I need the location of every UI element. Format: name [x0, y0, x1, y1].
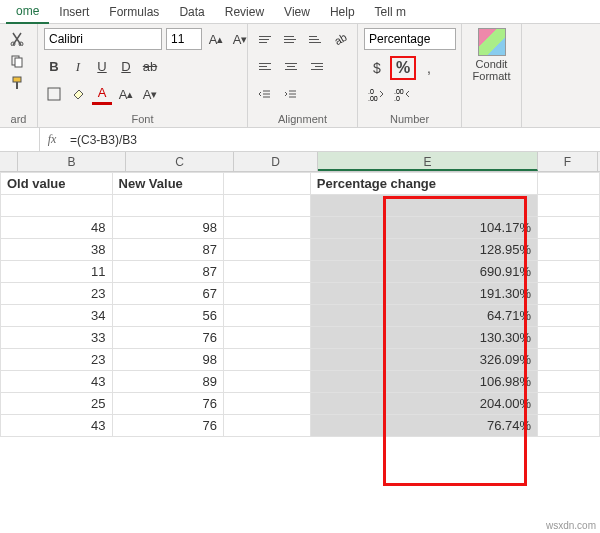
cell[interactable]: 76: [112, 415, 224, 437]
border-button[interactable]: [44, 83, 64, 105]
fx-icon[interactable]: fx: [40, 132, 64, 147]
orientation-icon[interactable]: ab: [326, 24, 355, 54]
cell[interactable]: [224, 415, 311, 437]
cell[interactable]: [538, 371, 600, 393]
strikethrough-button[interactable]: ab: [140, 56, 160, 78]
name-box[interactable]: [0, 128, 40, 151]
comma-button[interactable]: ,: [416, 56, 442, 80]
cell[interactable]: 76: [112, 327, 224, 349]
conditional-formatting-button[interactable]: Condit Formatt: [473, 28, 511, 82]
tab-data[interactable]: Data: [169, 1, 214, 23]
cell[interactable]: 33: [1, 327, 113, 349]
double-underline-button[interactable]: D: [116, 56, 136, 78]
col-header-e[interactable]: E: [318, 152, 538, 171]
cell[interactable]: 191.30%: [310, 283, 537, 305]
cell[interactable]: 98: [112, 349, 224, 371]
tab-view[interactable]: View: [274, 1, 320, 23]
cell[interactable]: New Value: [112, 173, 224, 195]
cell[interactable]: 43: [1, 415, 113, 437]
cell[interactable]: [538, 217, 600, 239]
cell[interactable]: 87: [112, 261, 224, 283]
cell[interactable]: 89: [112, 371, 224, 393]
cell[interactable]: Old value: [1, 173, 113, 195]
increase-font-2-icon[interactable]: A▴: [116, 83, 136, 105]
col-header-c[interactable]: C: [126, 152, 234, 171]
cell[interactable]: [224, 283, 311, 305]
cell[interactable]: [538, 393, 600, 415]
align-right-icon[interactable]: [306, 56, 328, 78]
font-name-select[interactable]: [44, 28, 162, 50]
increase-font-icon[interactable]: A▴: [206, 28, 226, 50]
cell[interactable]: 64.71%: [310, 305, 537, 327]
cell[interactable]: 76: [112, 393, 224, 415]
cell[interactable]: 11: [1, 261, 113, 283]
cell[interactable]: [1, 195, 113, 217]
tab-formulas[interactable]: Formulas: [99, 1, 169, 23]
format-painter-icon[interactable]: [6, 72, 28, 94]
col-header-f[interactable]: F: [538, 152, 598, 171]
decrease-font-2-icon[interactable]: A▾: [140, 83, 160, 105]
cell[interactable]: 25: [1, 393, 113, 415]
cell[interactable]: [224, 261, 311, 283]
increase-indent-icon[interactable]: [280, 83, 302, 105]
cell[interactable]: [538, 173, 600, 195]
cell[interactable]: 43: [1, 371, 113, 393]
tab-home[interactable]: ome: [6, 0, 49, 24]
cell[interactable]: 23: [1, 349, 113, 371]
align-left-icon[interactable]: [254, 56, 276, 78]
cell[interactable]: [538, 305, 600, 327]
cell[interactable]: 106.98%: [310, 371, 537, 393]
cell[interactable]: [538, 195, 600, 217]
cell[interactable]: 76.74%: [310, 415, 537, 437]
cell[interactable]: 130.30%: [310, 327, 537, 349]
cell[interactable]: [224, 371, 311, 393]
cut-icon[interactable]: [6, 28, 28, 50]
tab-review[interactable]: Review: [215, 1, 274, 23]
cell[interactable]: 128.95%: [310, 239, 537, 261]
cell[interactable]: [224, 393, 311, 415]
cell[interactable]: 87: [112, 239, 224, 261]
cell[interactable]: 23: [1, 283, 113, 305]
cell[interactable]: 326.09%: [310, 349, 537, 371]
cell[interactable]: 38: [1, 239, 113, 261]
cell[interactable]: [224, 327, 311, 349]
cell[interactable]: [538, 261, 600, 283]
cell[interactable]: 34: [1, 305, 113, 327]
decrease-indent-icon[interactable]: [254, 83, 276, 105]
underline-button[interactable]: U: [92, 56, 112, 78]
cell[interactable]: [224, 195, 311, 217]
cell[interactable]: 56: [112, 305, 224, 327]
tab-insert[interactable]: Insert: [49, 1, 99, 23]
col-header-d[interactable]: D: [234, 152, 318, 171]
cell[interactable]: [112, 195, 224, 217]
cell[interactable]: 48: [1, 217, 113, 239]
fill-color-button[interactable]: [68, 83, 88, 105]
copy-icon[interactable]: [6, 50, 28, 72]
align-middle-icon[interactable]: [279, 28, 300, 50]
cell[interactable]: 104.17%: [310, 217, 537, 239]
cell[interactable]: [224, 305, 311, 327]
cell[interactable]: 204.00%: [310, 393, 537, 415]
cell[interactable]: Percentage change: [310, 173, 537, 195]
tab-tellme[interactable]: Tell m: [365, 1, 416, 23]
number-format-select[interactable]: [364, 28, 456, 50]
align-center-icon[interactable]: [280, 56, 302, 78]
font-color-button[interactable]: A: [92, 83, 112, 105]
cell[interactable]: 98: [112, 217, 224, 239]
cell[interactable]: [538, 415, 600, 437]
cell[interactable]: [538, 283, 600, 305]
formula-input[interactable]: =(C3-B3)/B3: [64, 133, 600, 147]
cell[interactable]: [538, 239, 600, 261]
accounting-button[interactable]: $: [364, 56, 390, 80]
cell[interactable]: [538, 327, 600, 349]
percent-button[interactable]: %: [390, 56, 416, 80]
font-size-select[interactable]: [166, 28, 202, 50]
bold-button[interactable]: B: [44, 56, 64, 78]
align-top-icon[interactable]: [254, 28, 275, 50]
tab-help[interactable]: Help: [320, 1, 365, 23]
align-bottom-icon[interactable]: [305, 28, 326, 50]
cell[interactable]: [538, 349, 600, 371]
cell[interactable]: [224, 217, 311, 239]
increase-decimal-button[interactable]: .0.00: [364, 83, 390, 107]
cell[interactable]: [224, 173, 311, 195]
